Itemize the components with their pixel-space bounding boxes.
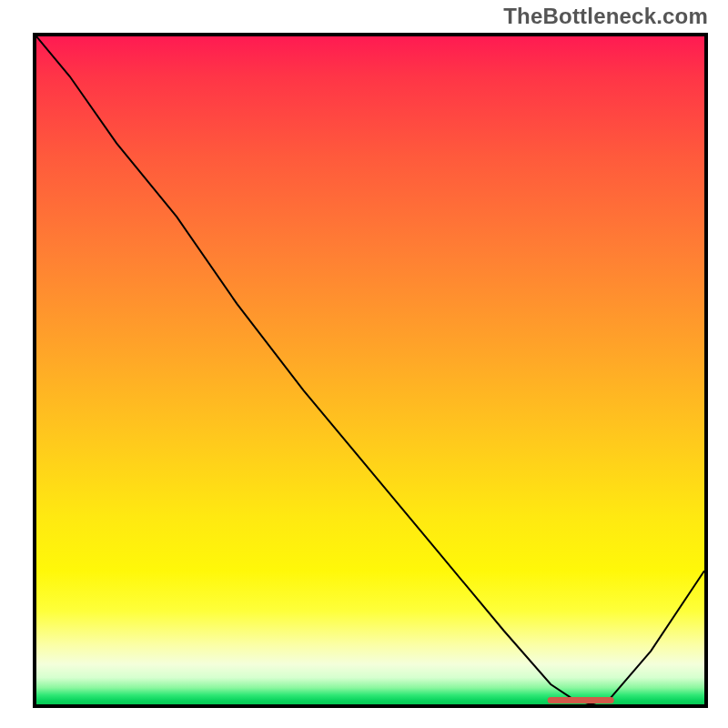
bottleneck-curve: [36, 36, 704, 704]
plot-area: [36, 36, 704, 704]
watermark-label: TheBottleneck.com: [503, 4, 708, 29]
plot-frame: [33, 33, 708, 708]
curve-svg: [36, 36, 704, 704]
